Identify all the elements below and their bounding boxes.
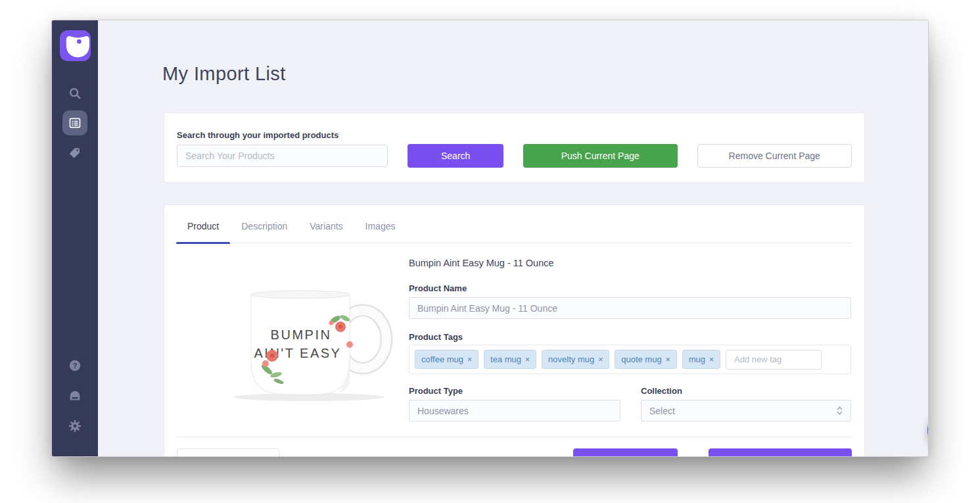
page-title: My Import List — [162, 63, 286, 85]
tab-product[interactable]: Product — [176, 205, 230, 243]
collection-selected-value: Select — [649, 406, 675, 416]
sidebar-item-settings[interactable] — [62, 414, 87, 439]
sidebar-item-help[interactable]: ? — [62, 353, 87, 378]
app-logo[interactable] — [60, 30, 91, 61]
tab-description[interactable]: Description — [230, 205, 298, 243]
tag-chip[interactable]: quote mug × — [615, 350, 676, 369]
product-tags-field: coffee mug × tea mug × novelty mug × quo… — [409, 345, 851, 374]
gear-icon — [68, 419, 82, 433]
product-name-input[interactable] — [409, 297, 851, 319]
tag-remove-icon[interactable]: × — [666, 355, 670, 364]
tag-chip[interactable]: coffee mug × — [415, 350, 478, 369]
product-name-label: Product Name — [409, 283, 467, 293]
sidebar: ? — [52, 20, 98, 456]
sidebar-item-shop[interactable] — [62, 383, 87, 408]
search-button[interactable]: Search — [408, 144, 503, 168]
pocket-logo-icon — [60, 30, 91, 61]
tag-remove-icon[interactable]: × — [467, 355, 472, 364]
list-icon — [68, 116, 82, 130]
tag-label: novelty mug — [548, 354, 594, 364]
add-tag-input[interactable] — [726, 350, 822, 370]
sidebar-item-tags[interactable] — [62, 140, 87, 165]
collection-select[interactable]: Select — [641, 400, 851, 421]
push-to-store-button[interactable]: Push To Store — [709, 448, 852, 457]
main-content: My Import List Search through your impor… — [98, 20, 928, 456]
chat-launcher-button[interactable] — [927, 410, 929, 450]
tag-label: tea mug — [490, 354, 521, 364]
product-image: BUMPIN AIN'T EASY — [210, 285, 414, 404]
help-icon: ? — [68, 358, 82, 373]
search-icon — [68, 86, 82, 101]
tag-label: quote mug — [621, 354, 661, 364]
select-chevrons-icon — [837, 406, 843, 415]
search-input[interactable] — [177, 145, 388, 167]
remove-current-page-button[interactable]: Remove Current Page — [697, 144, 852, 168]
tag-label: coffee mug — [421, 354, 463, 364]
product-type-input[interactable] — [409, 400, 620, 421]
product-tags-label: Product Tags — [409, 332, 463, 342]
shop-icon — [68, 389, 82, 403]
tag-label: mug — [689, 354, 705, 364]
product-type-label: Product Type — [409, 386, 463, 396]
sidebar-item-search[interactable] — [62, 81, 87, 106]
tag-remove-icon[interactable]: × — [525, 355, 530, 364]
collection-label: Collection — [641, 386, 682, 396]
product-footer: Remove Product Save Push To Store — [164, 448, 864, 457]
tab-images[interactable]: Images — [354, 205, 407, 243]
remove-product-button[interactable]: Remove Product — [177, 448, 280, 457]
tag-chip[interactable]: novelty mug × — [542, 350, 609, 369]
product-panel: Product Description Variants Images BUMP… — [164, 204, 865, 457]
push-current-page-button[interactable]: Push Current Page — [523, 144, 677, 168]
tag-remove-icon[interactable]: × — [709, 355, 714, 364]
search-panel: Search through your imported products Se… — [164, 112, 865, 183]
svg-text:BUMPIN: BUMPIN — [271, 327, 332, 342]
tag-chip[interactable]: tea mug × — [484, 350, 536, 369]
sidebar-item-import-list[interactable] — [62, 110, 87, 135]
mug-image: BUMPIN AIN'T EASY — [210, 285, 414, 404]
tag-chip[interactable]: mug × — [682, 350, 720, 369]
app-window: ? — [51, 20, 929, 457]
product-title: Bumpin Aint Easy Mug - 11 Ounce — [409, 258, 554, 268]
svg-text:?: ? — [73, 362, 78, 370]
product-tabs: Product Description Variants Images — [176, 205, 852, 243]
tab-variants[interactable]: Variants — [298, 205, 354, 243]
footer-divider — [176, 437, 852, 437]
save-button[interactable]: Save — [573, 448, 678, 457]
tag-icon — [68, 146, 82, 159]
search-label: Search through your imported products — [177, 130, 338, 140]
tag-remove-icon[interactable]: × — [598, 355, 603, 364]
